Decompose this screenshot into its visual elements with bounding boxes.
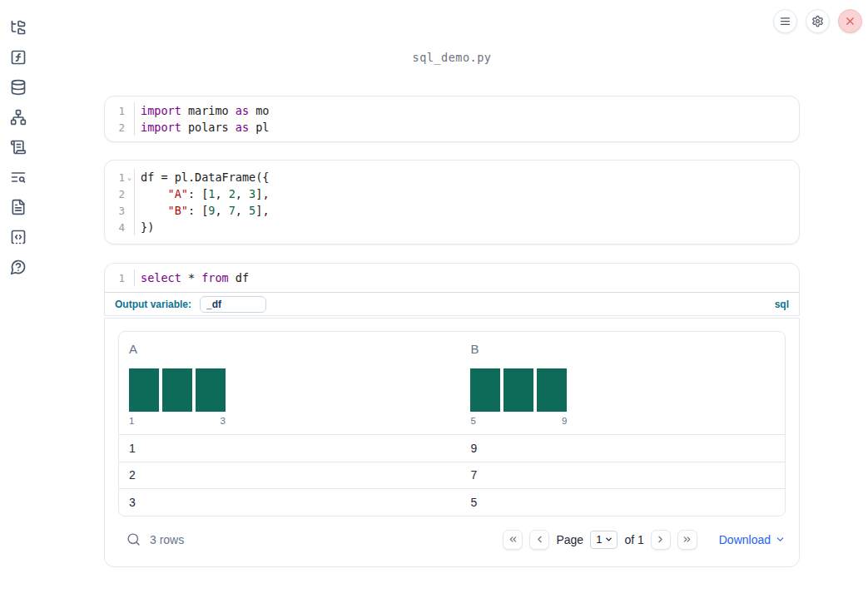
- notebook-filename: sql_demo.py: [104, 51, 800, 64]
- line-number: 2: [105, 188, 125, 200]
- sql-cell[interactable]: 1select * from df Output variable: sql: [104, 263, 800, 316]
- sidebar-item-scratchpad[interactable]: [10, 139, 27, 156]
- sidebar-item-documentation[interactable]: [10, 199, 27, 215]
- file-text-icon: [10, 199, 27, 215]
- histogram-min-label: 1: [129, 416, 134, 426]
- code-line[interactable]: 1import marimo as mo: [105, 102, 799, 119]
- gutter-fold-slot: [125, 185, 135, 202]
- column-name: B: [470, 342, 785, 356]
- histogram-max-label: 9: [562, 416, 567, 426]
- histogram-axis-labels: 5 9: [470, 416, 567, 426]
- search-icon[interactable]: [126, 532, 141, 546]
- helper-sidebar: [0, 0, 37, 593]
- sidebar-item-logs[interactable]: [10, 169, 27, 185]
- function-square-icon: [10, 49, 27, 66]
- gutter-fold-slot: [125, 119, 135, 136]
- table-cell: 9: [460, 442, 785, 455]
- fold-chevron-icon[interactable]: ⌄: [127, 174, 131, 181]
- sidebar-item-help[interactable]: [10, 259, 27, 275]
- line-number: 1: [105, 105, 125, 117]
- notebook-main: sql_demo.py 1import marimo as mo2import …: [104, 0, 800, 567]
- text-search-icon: [10, 169, 27, 185]
- column-name: A: [129, 342, 460, 356]
- histogram-bar: [162, 368, 192, 412]
- gutter-fold-slot: [125, 102, 135, 119]
- table-cell: 7: [460, 468, 785, 482]
- code-line[interactable]: 2 "A": [1, 2, 3],: [105, 185, 799, 202]
- chevrons-right-icon: [682, 534, 692, 545]
- sidebar-item-datasources[interactable]: [10, 79, 27, 96]
- histogram-min-label: 5: [470, 416, 475, 426]
- line-number: 1: [105, 272, 125, 284]
- sidebar-item-file-explorer[interactable]: [10, 19, 27, 36]
- help-bubble-icon: [10, 259, 27, 275]
- code-line[interactable]: 1⌄df = pl.DataFrame({: [105, 169, 799, 185]
- table-cell: 3: [119, 496, 460, 509]
- gutter-fold-slot: ⌄: [125, 169, 135, 185]
- table-row[interactable]: 27: [119, 462, 785, 489]
- code-text: }): [135, 220, 154, 234]
- gutter-fold-slot: [125, 269, 135, 286]
- sidebar-item-dependencies[interactable]: [10, 109, 27, 126]
- line-number: 3: [105, 205, 125, 217]
- chevron-down-icon: [604, 535, 613, 544]
- cell-output: A 1 3 B 5 9: [104, 318, 800, 567]
- pagination: Page 1 of 1: [503, 530, 786, 550]
- column-header-b[interactable]: B 5 9: [460, 342, 785, 426]
- table-footer: 3 rows Page 1: [118, 523, 786, 556]
- histogram-bars: [129, 368, 226, 412]
- code-line[interactable]: 2import polars as pl: [105, 119, 799, 136]
- scroll-text-icon: [10, 139, 27, 156]
- chevron-left-icon: [534, 534, 545, 545]
- code-line[interactable]: 4}): [105, 219, 799, 235]
- code-text: import marimo as mo: [135, 104, 269, 117]
- previous-page-button[interactable]: [529, 530, 549, 550]
- code-snippet-icon: [10, 229, 27, 245]
- line-number: 2: [105, 121, 125, 134]
- code-text: "A": [1, 2, 3],: [135, 187, 270, 200]
- gutter-fold-slot: [125, 202, 135, 219]
- chevron-down-icon: [775, 534, 786, 545]
- gear-icon: [811, 15, 824, 27]
- table-row[interactable]: 19: [119, 434, 785, 462]
- page-select[interactable]: 1: [590, 531, 618, 549]
- code-line[interactable]: 1select * from df: [105, 269, 799, 286]
- shutdown-button[interactable]: [838, 9, 862, 33]
- column-histogram: 5 9: [470, 368, 567, 426]
- code-editor[interactable]: 1⌄df = pl.DataFrame({2 "A": [1, 2, 3],3 …: [105, 161, 799, 244]
- histogram-bars: [470, 368, 567, 412]
- gutter-fold-slot: [125, 219, 135, 235]
- first-page-button[interactable]: [503, 530, 523, 550]
- close-x-icon: [844, 15, 856, 27]
- code-cell-dataframe[interactable]: 1⌄df = pl.DataFrame({2 "A": [1, 2, 3],3 …: [104, 160, 800, 245]
- settings-button[interactable]: [806, 9, 830, 33]
- output-variable-input[interactable]: [200, 296, 266, 313]
- sql-cell-footer: Output variable: sql: [105, 292, 799, 315]
- table-search[interactable]: 3 rows: [126, 532, 184, 546]
- download-button[interactable]: Download: [719, 533, 786, 546]
- code-line[interactable]: 3 "B": [9, 7, 5],: [105, 202, 799, 219]
- histogram-bar: [503, 368, 533, 412]
- table-header: A 1 3 B 5 9: [119, 332, 785, 434]
- histogram-bar: [537, 368, 567, 412]
- code-editor[interactable]: 1import marimo as mo2import polars as pl: [105, 96, 799, 141]
- column-histogram: 1 3: [129, 368, 226, 426]
- page-of-label: of 1: [624, 533, 643, 546]
- row-count: 3 rows: [150, 533, 184, 546]
- page-label: Page: [556, 533, 583, 546]
- line-number: 4: [105, 221, 125, 234]
- last-page-button[interactable]: [677, 530, 697, 550]
- code-cell-imports[interactable]: 1import marimo as mo2import polars as pl: [104, 96, 800, 142]
- table-row[interactable]: 35: [119, 488, 785, 516]
- histogram-max-label: 3: [221, 416, 226, 426]
- sql-editor[interactable]: 1select * from df: [105, 264, 799, 292]
- table-cell: 5: [460, 496, 785, 509]
- sidebar-item-variables[interactable]: [10, 49, 27, 66]
- output-variable-label: Output variable:: [115, 299, 191, 310]
- next-page-button[interactable]: [651, 530, 671, 550]
- column-header-a[interactable]: A 1 3: [119, 342, 460, 426]
- sidebar-item-snippets[interactable]: [10, 229, 27, 245]
- chevron-right-icon: [655, 534, 666, 545]
- code-text: df = pl.DataFrame({: [135, 170, 269, 184]
- table-cell: 1: [119, 442, 460, 455]
